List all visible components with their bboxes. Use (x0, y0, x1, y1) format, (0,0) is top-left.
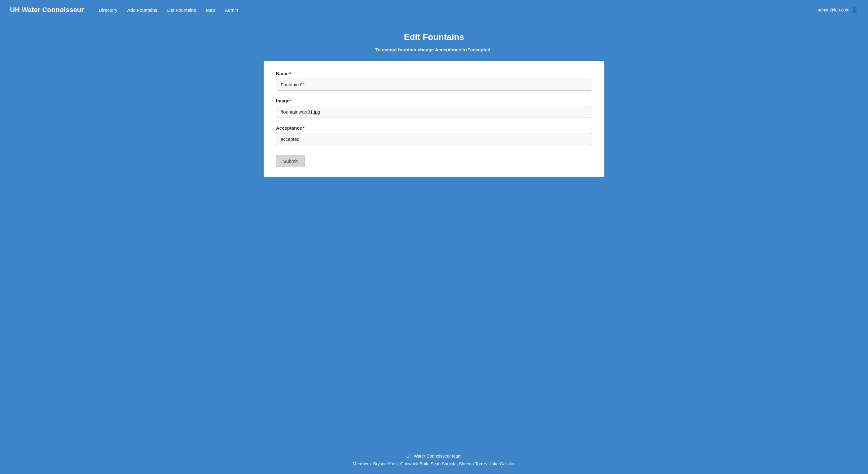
footer-line2: Members: Bryson Yuen, Gunwook Baik, Sean… (6, 460, 862, 468)
name-input[interactable] (276, 78, 592, 91)
acceptance-label: Acceptance* (276, 125, 592, 131)
acceptance-required-star: * (303, 125, 305, 131)
user-email: admin@foo.com (818, 7, 849, 12)
nav-link-add-fountains[interactable]: Add Fountains (127, 7, 157, 13)
name-field-group: Name* (276, 71, 592, 91)
main-content: Edit Fountains To accept fountain change… (0, 20, 868, 446)
user-icon: 👤 (851, 6, 858, 13)
navbar-links: Directory Add Fountains List Fountains M… (99, 7, 818, 13)
image-required-star: * (290, 98, 292, 103)
image-field-group: Image* (276, 98, 592, 118)
acceptance-field-group: Acceptance* (276, 125, 592, 145)
nav-link-directory[interactable]: Directory (99, 7, 117, 13)
navbar-brand[interactable]: UH Water Connoisseur (10, 6, 84, 14)
nav-link-admin[interactable]: Admin (225, 7, 238, 13)
page-subtitle: To accept fountain change Acceptance to … (375, 47, 493, 52)
image-label: Image* (276, 98, 592, 103)
submit-button[interactable]: Submit (276, 155, 305, 167)
form-card: Name* Image* Acceptance* Submit (264, 61, 604, 177)
footer: UH Water Connoisseur team Members: Bryso… (0, 446, 868, 474)
acceptance-input[interactable] (276, 133, 592, 145)
name-label: Name* (276, 71, 592, 76)
nav-link-list-fountains[interactable]: List Fountains (167, 7, 196, 13)
nav-link-map[interactable]: Map (206, 7, 215, 13)
navbar: UH Water Connoisseur Directory Add Fount… (0, 0, 868, 20)
image-input[interactable] (276, 106, 592, 118)
navbar-user: admin@foo.com 👤 (818, 6, 858, 13)
footer-line1: UH Water Connoisseur team (6, 452, 862, 460)
page-title: Edit Fountains (404, 32, 464, 42)
name-required-star: * (289, 71, 291, 76)
